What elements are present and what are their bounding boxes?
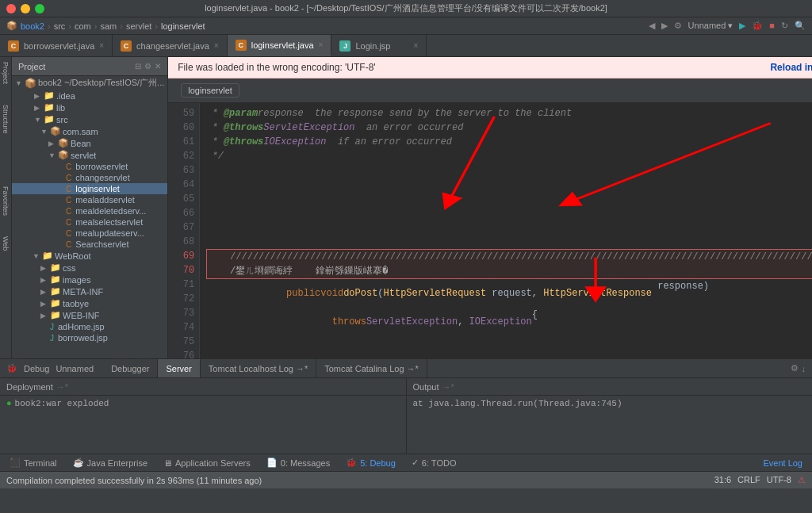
status-position[interactable]: 31:6	[714, 475, 731, 485]
debug-settings-icon[interactable]: ⚙	[791, 363, 799, 373]
tree-item-com-sam[interactable]: ▼ 📦 com.sam	[12, 125, 167, 137]
minimize-button[interactable]	[21, 4, 30, 13]
window-title: loginservlet.java - book2 - [~/Desktop/T…	[205, 2, 607, 14]
window-controls[interactable]	[6, 4, 44, 13]
bottom-toolbar: ⬛ Terminal ☕ Java Enterprise 🖥 Applicati…	[0, 454, 812, 471]
java-icon: C	[236, 40, 247, 51]
hide-panel-icon[interactable]: ✕	[155, 62, 161, 71]
editor-filename-tab: loginservlet	[181, 83, 239, 98]
close-button[interactable]	[6, 4, 16, 13]
breadcrumb-bar: 📦 book2 › src › com › sam › servlet › lo…	[0, 17, 812, 35]
debug-icon-btn: 🐞	[346, 457, 357, 468]
todo-button[interactable]: ✓ 6: TODO	[405, 455, 463, 471]
tree-item-loginservlet[interactable]: C loginservlet	[12, 183, 167, 194]
code-line-66	[206, 206, 812, 220]
tree-item-searchservlet[interactable]: C Searchservlet	[12, 239, 167, 250]
debug-close-icon[interactable]: ↓	[802, 364, 806, 373]
terminal-button[interactable]: ⬛ Terminal	[3, 455, 63, 471]
debug-deployment-header: Deployment →*	[0, 378, 406, 396]
tree-item-servlet[interactable]: ▼ 📦 servlet	[12, 149, 167, 161]
stop-icon[interactable]: ■	[769, 21, 775, 31]
search-icon[interactable]: 🔍	[795, 21, 806, 31]
tree-item-taobye[interactable]: ▶ 📁 taobye	[12, 297, 167, 309]
code-line-74	[206, 350, 812, 358]
collapse-all-icon[interactable]: ⊟	[135, 62, 141, 71]
tree-item-mealdeletedservlet[interactable]: C mealdeletedserv...	[12, 205, 167, 216]
code-line-72: throws ServletException, IOException{	[206, 308, 812, 336]
nav-next-icon[interactable]: ▶	[661, 21, 668, 31]
debug-server-output-text: at java.lang.Thread.run(Thread.java:745)	[413, 399, 622, 408]
tab-loginservlet-label: loginservlet.java	[251, 40, 314, 50]
tree-item-adhome-jsp[interactable]: J adHome.jsp	[12, 321, 167, 332]
debug-tab-server[interactable]: Server	[158, 359, 200, 377]
breadcrumb-book2[interactable]: book2	[21, 21, 44, 31]
tab-close-changeservlet[interactable]: ×	[214, 41, 219, 50]
debug-deployment: Deployment →* ● book2:war exploded	[0, 378, 407, 454]
tree-item-meta-inf[interactable]: ▶ 📁 META-INF	[12, 285, 167, 297]
tab-close-loginservlet[interactable]: ×	[319, 40, 324, 49]
code-line-64	[206, 178, 812, 192]
tree-item-src[interactable]: ▼ 📁 src	[12, 113, 167, 125]
debug-tab-tomcat-localhost[interactable]: Tomcat Localhost Log →*	[201, 359, 316, 377]
breadcrumb-servlet[interactable]: servlet	[126, 21, 151, 31]
nav-prev-icon[interactable]: ◀	[649, 21, 655, 31]
tree-item-mealupdateservlet[interactable]: C mealupdateserv...	[12, 228, 167, 239]
tree-item-web-inf[interactable]: ▶ 📁 WEB-INF	[12, 309, 167, 321]
settings-icon[interactable]: ⚙	[674, 21, 682, 31]
run-icon[interactable]: ▶	[739, 21, 745, 31]
debug-tab-tomcat-catalina[interactable]: Tomcat Catalina Log →*	[316, 359, 427, 377]
messages-button[interactable]: 📄 0: Messages	[260, 455, 336, 471]
tab-close-login-jsp[interactable]: ×	[414, 41, 419, 50]
web-icon[interactable]: Web	[0, 235, 11, 252]
app-servers-button[interactable]: 🖥 Application Servers	[157, 455, 257, 471]
debug-button[interactable]: 🐞 5: Debug	[339, 455, 402, 471]
event-log-button[interactable]: Event Log	[756, 458, 809, 468]
tab-close-borrowservlet[interactable]: ×	[99, 41, 104, 50]
title-bar: loginservlet.java - book2 - [~/Desktop/T…	[0, 0, 812, 17]
reload-encoding-link[interactable]: Reload in another encoding	[770, 62, 812, 73]
maximize-button[interactable]	[35, 4, 44, 13]
tree-item-webroot[interactable]: ▼ 📁 WebRoot	[12, 250, 167, 262]
tree-item-css[interactable]: ▶ 📁 css	[12, 262, 167, 274]
unnamed-label: Unnamed ▾	[688, 21, 733, 31]
breadcrumb-src[interactable]: src	[54, 21, 66, 31]
java-enterprise-button[interactable]: ☕ Java Enterprise	[67, 455, 154, 471]
tree-item-bean[interactable]: ▶ 📦 Bean	[12, 137, 167, 149]
tree-item-mealaddservlet[interactable]: C mealaddservlet	[12, 194, 167, 205]
structure-icon[interactable]: Structure	[0, 103, 11, 136]
code-line-71: public void doPost(HttpServletRequest re…	[206, 279, 812, 308]
debug-deployment-label: Deployment	[6, 382, 53, 392]
status-encoding[interactable]: UTF-8	[767, 475, 791, 485]
tab-login-jsp[interactable]: J Login.jsp ×	[331, 35, 427, 56]
tab-borrowservlet[interactable]: C borrowservlet.java ×	[0, 35, 113, 56]
tree-item-images[interactable]: ▶ 📁 images	[12, 274, 167, 285]
update-icon[interactable]: ↻	[781, 21, 788, 31]
code-line-68	[206, 235, 812, 249]
status-line-ending[interactable]: CRLF	[737, 475, 760, 485]
tree-item-book2[interactable]: ▼ 📦 book2 ~/Desktop/TestIOS/广州...	[12, 76, 167, 90]
breadcrumb-com[interactable]: com	[75, 21, 91, 31]
code-line-60: * @throws ServletException an error occu…	[206, 121, 812, 135]
encoding-warning: File was loaded in the wrong encoding: '…	[168, 57, 812, 78]
settings-icon[interactable]: ⚙	[144, 62, 151, 71]
tab-changeservlet[interactable]: C changeservlet.java ×	[113, 35, 228, 56]
code-line-61: * @throws IOException if an error occurr…	[206, 135, 812, 149]
project-icon[interactable]: Project	[0, 60, 11, 86]
favorites-icon[interactable]: Favorites	[0, 185, 11, 217]
tree-item-lib[interactable]: ▶ 📁 lib	[12, 101, 167, 113]
debug-tab-debugger[interactable]: Debugger	[103, 359, 158, 377]
java-icon: C	[121, 40, 132, 52]
breadcrumb-loginservlet[interactable]: loginservlet	[161, 21, 205, 31]
status-compilation: Compilation completed successfully in 2s…	[6, 476, 262, 485]
code-editor[interactable]: * @param response the response send by t…	[200, 103, 812, 358]
tab-loginservlet[interactable]: C loginservlet.java ×	[228, 35, 332, 56]
status-warning-icon: ⚠	[798, 475, 806, 485]
breadcrumb-sam[interactable]: sam	[100, 21, 117, 31]
tree-item-mealselectservlet[interactable]: C mealselectservlet	[12, 216, 167, 228]
debug-icon[interactable]: 🐞	[752, 21, 763, 31]
debug-unnamed-label: Unnamed	[56, 359, 103, 377]
tree-item-borrowservlet[interactable]: C borrowservlet	[12, 161, 167, 172]
tree-item-idea[interactable]: ▶ 📁 .idea	[12, 90, 167, 101]
tree-item-changeservlet[interactable]: C changeservlet	[12, 172, 167, 183]
tree-item-borrowed-jsp[interactable]: J borrowed.jsp	[12, 332, 167, 343]
